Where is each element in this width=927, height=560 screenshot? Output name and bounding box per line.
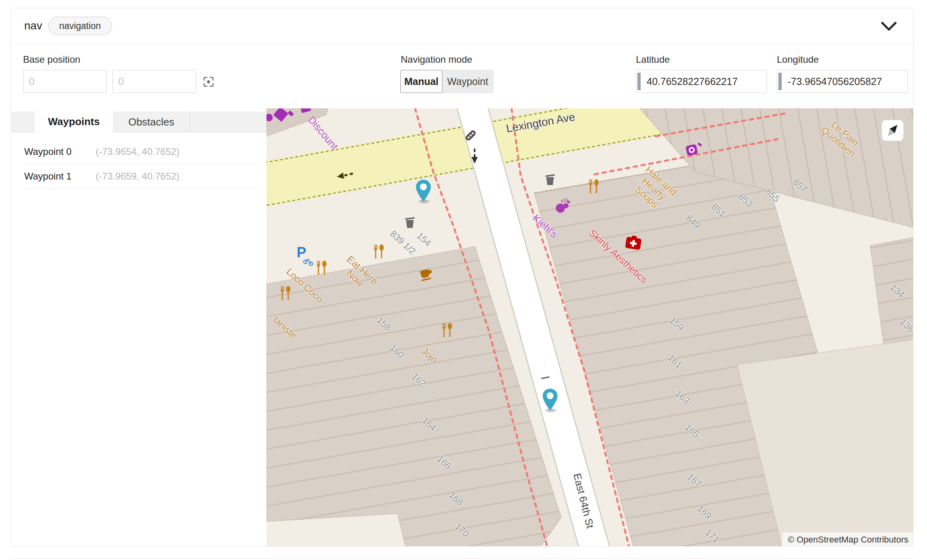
restaurant-icon <box>314 260 330 278</box>
base-position-y-input[interactable] <box>112 70 196 93</box>
firstaid-icon <box>625 235 642 251</box>
latitude-label: Latitude <box>636 54 670 65</box>
restaurant-icon <box>371 244 387 261</box>
restaurant-icon <box>278 286 294 303</box>
arrow-down-icon <box>471 148 478 166</box>
longitude-field <box>777 70 908 93</box>
laundry-icon <box>686 142 703 159</box>
base-position-x-input[interactable] <box>23 70 107 93</box>
restaurant-icon <box>586 179 602 196</box>
compass-icon <box>881 120 904 142</box>
waypoint-marker-1[interactable] <box>541 388 559 413</box>
latitude-field <box>636 70 767 93</box>
focus-crosshair-icon <box>202 75 215 89</box>
longitude-drag-handle[interactable] <box>778 73 782 90</box>
traffic-icon <box>462 127 479 145</box>
waypoint-list: Waypoint 0(-73.9654, 40.7652)Waypoint 1(… <box>24 139 258 189</box>
sidebar-tabs: Waypoints Obstacles <box>11 112 267 132</box>
waste-icon <box>404 216 415 230</box>
parking-icon: P <box>296 245 316 268</box>
arrow-left-icon <box>337 172 357 180</box>
waypoint-name: Waypoint 1 <box>24 171 96 182</box>
navigation-mode-label: Navigation mode <box>401 54 472 65</box>
nav-card: nav navigation Base position Navigation … <box>11 8 913 546</box>
longitude-label: Longitude <box>777 54 819 65</box>
restaurant-icon <box>439 322 455 340</box>
waypoint-coordinates: (-73.9654, 40.7652) <box>96 146 180 157</box>
base-position-label: Base position <box>23 54 80 65</box>
waypoint-row-0[interactable]: Waypoint 0(-73.9654, 40.7652) <box>24 139 258 164</box>
longitude-input[interactable] <box>777 70 908 93</box>
navigation-panel: nav navigation Base position Navigation … <box>0 0 927 560</box>
tab-obstacles[interactable]: Obstacles <box>113 112 190 132</box>
card-header: nav navigation <box>11 8 913 44</box>
tab-waypoints[interactable]: Waypoints <box>35 112 113 132</box>
svg-text:P: P <box>297 245 306 261</box>
latitude-drag-handle[interactable] <box>637 73 641 90</box>
mode-waypoint-button[interactable]: Waypoint <box>442 70 493 93</box>
cafe-icon <box>419 266 434 283</box>
navigation-type-badge: navigation <box>48 17 112 35</box>
cosmetics-icon <box>554 197 573 216</box>
collapse-card-button[interactable] <box>881 21 897 32</box>
latitude-input[interactable] <box>636 70 767 93</box>
navigation-mode-toggle: Manual Waypoint <box>400 70 493 93</box>
map-canvas[interactable]: Lexington AveEast 64th StDiscountKiehl's… <box>267 108 913 546</box>
compass-reset-north-button[interactable] <box>881 120 904 142</box>
chevron-down-icon <box>881 21 897 31</box>
center-on-base-button[interactable] <box>202 75 215 90</box>
map-attribution: © OpenStreetMap Contributors <box>782 533 913 546</box>
card-title: nav <box>24 19 42 32</box>
waypoint-row-1[interactable]: Waypoint 1(-73.9659, 40.7652) <box>24 164 258 189</box>
waypoint-marker-0[interactable] <box>414 179 433 204</box>
waste-icon <box>545 173 556 187</box>
map-base-layer <box>267 108 913 546</box>
mode-manual-button[interactable]: Manual <box>400 70 442 93</box>
shopcluster-icon <box>267 108 316 129</box>
tab-spacer <box>11 112 35 132</box>
next-card-divider <box>11 558 913 559</box>
waypoint-name: Waypoint 0 <box>24 146 96 157</box>
waypoint-coordinates: (-73.9659, 40.7652) <box>96 171 180 182</box>
